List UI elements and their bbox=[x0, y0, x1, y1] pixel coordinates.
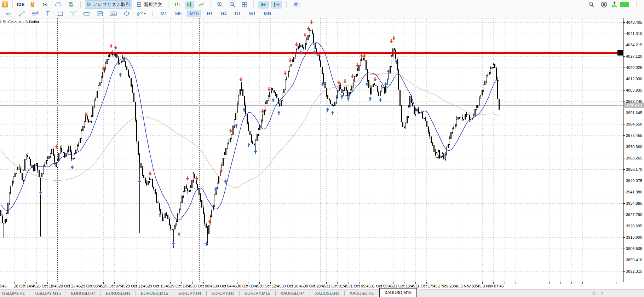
screenshot-icon[interactable] bbox=[291, 0, 301, 8]
price-tick-label: 3906.505 bbox=[626, 246, 642, 251]
price-tick-label: 4034.215 bbox=[626, 43, 642, 47]
price-tick bbox=[623, 147, 625, 147]
time-tick-label: 31 Oct 01:45 bbox=[326, 284, 349, 288]
time-tick bbox=[226, 282, 226, 284]
time-tick bbox=[449, 282, 449, 284]
svg-text:OK: OK bbox=[111, 13, 115, 15]
time-tick-label: 3 Nov 03:45 bbox=[460, 284, 481, 288]
price-tick-label: 4041.310 bbox=[626, 31, 642, 36]
chart-tab-usdjpy-m15[interactable]: USDJPY,M15 bbox=[30, 290, 65, 297]
auto-scroll-icon[interactable] bbox=[258, 1, 269, 8]
level-label: LVL bbox=[612, 5, 617, 7]
chart-tab-eurusd-h4[interactable]: EURUSD,H4 bbox=[66, 290, 100, 297]
price-tick-label: 3963.265 bbox=[626, 156, 642, 160]
label-tool[interactable] bbox=[81, 10, 92, 17]
time-tick-label: 29 Oct 07:45 bbox=[103, 284, 126, 288]
ellipse-tool[interactable] bbox=[122, 10, 132, 17]
cloud-icon[interactable] bbox=[53, 1, 63, 8]
time-tick bbox=[81, 282, 81, 284]
chart-tab-eurjpy-m15[interactable]: EURJPY,M15 bbox=[240, 290, 275, 297]
dollar-tile[interactable]: $ bbox=[2, 1, 8, 7]
chart-tab-eurusd-m15[interactable]: EURUSD,M15 bbox=[136, 290, 173, 297]
shape-tool[interactable] bbox=[55, 10, 65, 18]
text-tool[interactable] bbox=[68, 10, 78, 18]
tab-scroll-right-icon[interactable] bbox=[600, 291, 604, 295]
time-tick-label: 29 Oct 19:45 bbox=[170, 284, 192, 288]
main-toolbar: $ IDE アルゴリズム取引 新規注文 L bbox=[0, 0, 644, 9]
separator bbox=[80, 1, 81, 8]
zoom-in-icon[interactable] bbox=[215, 0, 225, 8]
chart-tab-eurjpy-h4[interactable]: EURJPY,H4 bbox=[173, 290, 206, 297]
time-tick bbox=[493, 282, 494, 284]
timeframe-m5[interactable]: M5 bbox=[173, 10, 184, 17]
bar-chart-icon[interactable] bbox=[173, 1, 182, 8]
indicator-window-tool[interactable] bbox=[95, 10, 105, 18]
time-tick-label: 30 Oct 00:45 bbox=[192, 284, 215, 288]
chart-shift-icon[interactable] bbox=[271, 1, 282, 8]
chart-tab-eurusd-h1[interactable]: EURUSD,H1 bbox=[101, 290, 135, 297]
price-tick-label: 3899.410 bbox=[626, 258, 642, 262]
price-tick-label: 3998.740 bbox=[626, 99, 642, 104]
price-tick-label: 3927.790 bbox=[626, 212, 642, 217]
price-tick-label: 4027.120 bbox=[626, 54, 642, 58]
chart-tab-xauusd-h1[interactable]: XAUUSD,H1 bbox=[310, 290, 344, 297]
new-order-icon bbox=[137, 2, 142, 7]
ide-button[interactable]: IDE bbox=[17, 2, 25, 7]
price-tick bbox=[623, 192, 625, 192]
timeframe-mn[interactable]: MN bbox=[261, 10, 274, 17]
separator bbox=[168, 1, 168, 8]
separator bbox=[153, 11, 153, 17]
time-tick bbox=[59, 282, 59, 284]
timeframe-w1[interactable]: W1 bbox=[246, 10, 258, 17]
ok-button-tool[interactable]: OK bbox=[108, 10, 119, 17]
vertical-line-tool[interactable] bbox=[44, 10, 52, 18]
time-tick bbox=[527, 282, 527, 284]
time-tick bbox=[404, 282, 404, 284]
market-bag-icon[interactable] bbox=[28, 0, 37, 8]
algo-trading-button[interactable]: アルゴリズム取引 bbox=[85, 0, 132, 9]
time-tick bbox=[594, 282, 594, 284]
price-tick bbox=[623, 215, 625, 215]
chart-tab-xauusd-h1[interactable]: XAUUSD,H1 bbox=[345, 290, 379, 297]
chart-tab-xauusd-m15[interactable]: XAUUSD,M15 bbox=[379, 288, 417, 297]
algo-trading-label: アルゴリズム取引 bbox=[93, 1, 131, 8]
time-tick bbox=[549, 282, 550, 284]
new-order-label: 新規注文 bbox=[144, 1, 162, 8]
community-icon[interactable] bbox=[66, 1, 76, 8]
price-tick bbox=[623, 56, 625, 57]
time-axis: 0:4528 Oct 14:4528 Oct 18:4528 Oct 23:45… bbox=[0, 282, 644, 289]
chart-tab-eurjpy-h1[interactable]: EURJPY,H1 bbox=[207, 290, 239, 297]
crosshair-tool[interactable] bbox=[3, 10, 13, 17]
trendline-tool[interactable] bbox=[17, 10, 27, 18]
timeframe-d1[interactable]: D1 bbox=[232, 10, 243, 17]
price-tick bbox=[623, 90, 625, 91]
time-tick-label: 29 Oct 15:45 bbox=[148, 284, 170, 288]
timeframe-h4[interactable]: H4 bbox=[218, 10, 229, 17]
tab-scroll-left-icon[interactable] bbox=[592, 291, 595, 295]
new-order-button[interactable]: 新規注文 bbox=[135, 0, 164, 9]
price-tick bbox=[623, 22, 625, 23]
timeframe-m15[interactable]: M15 bbox=[187, 10, 201, 17]
objects-dropdown[interactable] bbox=[135, 10, 148, 17]
line-chart-icon[interactable] bbox=[197, 1, 206, 8]
search-icon[interactable] bbox=[587, 0, 596, 8]
time-tick-label: 30 Oct 16:45 bbox=[282, 284, 304, 288]
chart-tab-xauusd-h4[interactable]: XAUUSD,H4 bbox=[276, 290, 310, 297]
time-tick bbox=[505, 282, 505, 284]
time-tick bbox=[170, 282, 171, 284]
signals-icon[interactable] bbox=[40, 1, 50, 8]
tile-windows-icon[interactable] bbox=[240, 1, 249, 8]
price-tick-label: 4012.930 bbox=[626, 77, 642, 81]
timeframe-h1[interactable]: H1 bbox=[204, 10, 215, 17]
chart-tab-bar: USDJPY,H1USDJPY,M15EURUSD,H4EURUSD,H1EUR… bbox=[0, 289, 644, 297]
chart-canvas[interactable] bbox=[0, 18, 623, 282]
candlestick-chart-icon[interactable] bbox=[185, 1, 194, 8]
level-icon[interactable]: LVL bbox=[612, 1, 617, 7]
algo-trading-play-icon bbox=[87, 2, 91, 7]
chart-tab-usdjpy-h1[interactable]: USDJPY,H1 bbox=[0, 290, 30, 297]
time-tick bbox=[605, 282, 605, 284]
account-icon[interactable] bbox=[599, 0, 609, 9]
channel-tool[interactable] bbox=[30, 10, 40, 17]
zoom-out-icon[interactable] bbox=[228, 0, 237, 8]
timeframe-m1[interactable]: M1 bbox=[158, 10, 169, 17]
